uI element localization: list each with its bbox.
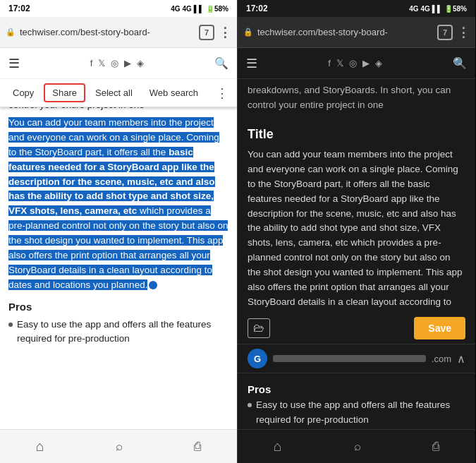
right-article-body: You can add your team members into the p… <box>238 148 475 313</box>
left-lock-icon: 🔒 <box>6 28 16 37</box>
right-twitter-icon[interactable]: 𝕏 <box>336 58 343 68</box>
right-article-intro-wrap: breakdowns, and StoryBoards. In short, y… <box>238 79 475 119</box>
left-youtube-icon[interactable]: ▶ <box>124 58 131 68</box>
left-tab-count[interactable]: 7 <box>199 25 214 40</box>
left-status-bar: 17:02 4G 4G ▌▌ 🔋58% <box>0 0 237 17</box>
left-content-area: Copy Share Select all Web search ⋮ break… <box>0 79 237 429</box>
right-email-suffix: .com <box>432 354 451 364</box>
left-home-icon[interactable]: ⌂ <box>36 438 44 455</box>
right-rss-icon[interactable]: ◈ <box>375 58 382 68</box>
right-browser-more-icon[interactable]: ⋮ <box>457 25 470 40</box>
left-context-toolbar: Copy Share Select all Web search ⋮ <box>0 79 237 107</box>
left-twitter-icon[interactable]: 𝕏 <box>98 58 105 68</box>
left-pros-title: Pros <box>8 299 228 315</box>
left-search-header-icon[interactable]: 🔍 <box>214 56 228 70</box>
right-pros-text-1: Easy to use the app and offers all the f… <box>256 398 465 428</box>
left-instagram-icon[interactable]: ◎ <box>111 58 118 68</box>
right-pros-title: Pros <box>248 383 465 395</box>
left-bullet-dot <box>8 323 13 327</box>
right-user-email <box>273 355 426 362</box>
right-lock-icon: 🔒 <box>243 28 253 37</box>
right-signal-icon: 4G <box>409 5 418 13</box>
left-rss-icon[interactable]: ◈ <box>137 58 144 68</box>
right-dropdown-arrow-icon[interactable]: ∧ <box>457 352 465 366</box>
right-youtube-icon[interactable]: ▶ <box>362 58 370 68</box>
right-status-icons: 4G 4G ▌▌ 🔋58% <box>409 5 467 13</box>
right-pros-item-1: Easy to use the app and offers all the f… <box>248 398 465 428</box>
right-battery-icon: 🔋58% <box>444 5 467 13</box>
right-url[interactable]: techwiser.com/best-story-board- <box>257 27 433 37</box>
right-home-icon[interactable]: ⌂ <box>274 438 282 455</box>
right-save-button[interactable]: Save <box>414 317 465 339</box>
right-social-icons: f 𝕏 ◎ ▶ ◈ <box>266 58 444 68</box>
right-article-intro: breakdowns, and StoryBoards. In short, y… <box>248 83 465 113</box>
left-url[interactable]: techwiser.com/best-story-board- <box>20 27 195 37</box>
right-site-header: ☰ f 𝕏 ◎ ▶ ◈ 🔍 <box>238 48 475 79</box>
left-wifi-icon: ▌▌ <box>194 5 204 13</box>
left-social-icons: f 𝕏 ◎ ▶ ◈ <box>28 58 206 68</box>
right-content-area: breakdowns, and StoryBoards. In short, y… <box>238 79 475 429</box>
right-phone-panel: 17:02 4G 4G ▌▌ 🔋58% 🔒 techwiser.com/best… <box>238 0 475 463</box>
left-browser-more-icon[interactable]: ⋮ <box>219 25 231 40</box>
right-browser-bar: 🔒 techwiser.com/best-story-board- 7 ⋮ <box>238 17 475 48</box>
left-status-icons: 4G 4G ▌▌ 🔋58% <box>171 5 228 13</box>
right-wifi-icon: ▌▌ <box>432 5 442 13</box>
right-body-text: You can add your team members into the p… <box>248 148 465 313</box>
left-search-nav-icon[interactable]: ⌕ <box>116 440 123 454</box>
right-hamburger-icon[interactable]: ☰ <box>246 56 257 71</box>
right-article-title: Title <box>238 119 475 148</box>
right-user-row[interactable]: G .com ∧ <box>238 344 475 373</box>
left-bottom-nav: ⌂ ⌕ ⎙ <box>0 429 237 463</box>
right-bottom-nav: ⌂ ⌕ ⎙ <box>238 429 475 463</box>
left-pros-item-1: Easy to use the app and offers all the f… <box>8 318 228 347</box>
left-article-text: breakdowns, and StoryBoards. In short, y… <box>0 79 237 354</box>
right-search-header-icon[interactable]: 🔍 <box>453 56 467 70</box>
left-battery-icon: 🔋58% <box>206 5 228 13</box>
right-tab-count[interactable]: 7 <box>437 25 453 40</box>
left-hamburger-icon[interactable]: ☰ <box>8 56 20 71</box>
left-facebook-icon[interactable]: f <box>90 58 93 68</box>
right-status-bar: 17:02 4G 4G ▌▌ 🔋58% <box>238 0 475 17</box>
right-folder-icon[interactable]: 🗁 <box>248 318 270 338</box>
right-bullet-dot <box>248 403 252 407</box>
right-search-nav-icon[interactable]: ⌕ <box>354 440 361 454</box>
left-share-nav-icon[interactable]: ⎙ <box>194 440 201 454</box>
toolbar-more-icon[interactable]: ⋮ <box>213 85 231 101</box>
left-selected-text: You can add your team members into the p… <box>8 117 228 290</box>
left-status-time: 17:02 <box>8 4 30 13</box>
selection-handle-end <box>149 281 157 289</box>
right-intro-text: breakdowns, and StoryBoards. In short, y… <box>248 85 451 110</box>
share-button[interactable]: Share <box>44 83 85 102</box>
web-search-button[interactable]: Web search <box>142 85 205 101</box>
left-phone-panel: 17:02 4G 4G ▌▌ 🔋58% 🔒 techwiser.com/best… <box>0 0 238 463</box>
right-signal-icon2: 4G <box>420 5 429 13</box>
left-signal-icon2: 4G <box>182 5 191 13</box>
right-user-avatar: G <box>248 349 267 368</box>
right-pros-section: Pros Easy to use the app and offers all … <box>238 373 475 429</box>
left-browser-bar: 🔒 techwiser.com/best-story-board- 7 ⋮ <box>0 17 237 48</box>
left-selected-block: You can add your team members into the p… <box>8 116 228 293</box>
right-status-time: 17:02 <box>246 4 268 13</box>
right-share-nav-icon[interactable]: ⎙ <box>432 440 439 454</box>
select-all-button[interactable]: Select all <box>88 85 140 101</box>
right-save-toolbar: 🗁 Save <box>238 313 475 344</box>
right-instagram-icon[interactable]: ◎ <box>349 58 357 68</box>
copy-button[interactable]: Copy <box>6 85 41 101</box>
right-facebook-icon[interactable]: f <box>328 58 331 68</box>
left-signal-icon: 4G <box>171 5 180 13</box>
left-site-header: ☰ f 𝕏 ◎ ▶ ◈ 🔍 <box>0 48 237 79</box>
left-pros-text-1: Easy to use the app and offers all the f… <box>17 318 228 347</box>
